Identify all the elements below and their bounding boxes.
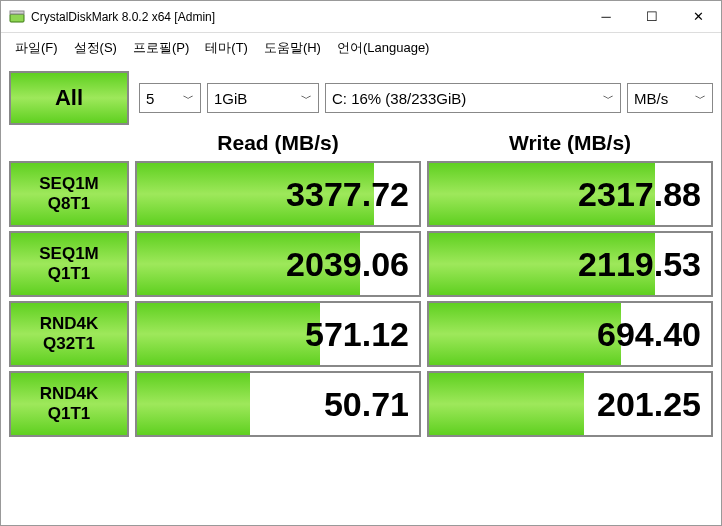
write-fill-bar bbox=[429, 303, 621, 365]
size-select[interactable]: 1GiB﹀ bbox=[207, 83, 319, 113]
unit-select[interactable]: MB/s﹀ bbox=[627, 83, 713, 113]
menu-settings[interactable]: 설정(S) bbox=[66, 35, 125, 61]
read-value-cell: 50.71 bbox=[135, 371, 421, 437]
result-row: SEQ1M Q1T1 2039.06 2119.53 bbox=[9, 231, 713, 297]
drive-select[interactable]: C: 16% (38/233GiB)﹀ bbox=[325, 83, 621, 113]
count-value: 5 bbox=[146, 90, 154, 107]
maximize-button[interactable]: ☐ bbox=[629, 1, 675, 32]
test-name-line2: Q1T1 bbox=[48, 404, 91, 424]
result-row: SEQ1M Q8T1 3377.72 2317.88 bbox=[9, 161, 713, 227]
close-button[interactable]: ✕ bbox=[675, 1, 721, 32]
chevron-down-icon: ﹀ bbox=[603, 91, 614, 106]
test-button-seq1m-q1t1[interactable]: SEQ1M Q1T1 bbox=[9, 231, 129, 297]
test-name-line1: SEQ1M bbox=[39, 244, 99, 264]
menu-language[interactable]: 언어(Language) bbox=[329, 35, 438, 61]
write-value-cell: 2119.53 bbox=[427, 231, 713, 297]
test-button-rnd4k-q32t1[interactable]: RND4K Q32T1 bbox=[9, 301, 129, 367]
count-select[interactable]: 5﹀ bbox=[139, 83, 201, 113]
column-headers: Read (MB/s) Write (MB/s) bbox=[1, 125, 721, 161]
test-name-line1: SEQ1M bbox=[39, 174, 99, 194]
write-value-cell: 2317.88 bbox=[427, 161, 713, 227]
test-button-seq1m-q8t1[interactable]: SEQ1M Q8T1 bbox=[9, 161, 129, 227]
svg-rect-1 bbox=[10, 11, 24, 14]
read-value: 50.71 bbox=[324, 385, 409, 424]
menu-profile[interactable]: 프로필(P) bbox=[125, 35, 197, 61]
app-icon bbox=[9, 9, 25, 25]
size-value: 1GiB bbox=[214, 90, 247, 107]
menu-file[interactable]: 파일(F) bbox=[7, 35, 66, 61]
chevron-down-icon: ﹀ bbox=[183, 91, 194, 106]
window-title: CrystalDiskMark 8.0.2 x64 [Admin] bbox=[31, 10, 583, 24]
window-buttons: ─ ☐ ✕ bbox=[583, 1, 721, 32]
read-value: 571.12 bbox=[305, 315, 409, 354]
read-header: Read (MB/s) bbox=[135, 131, 421, 155]
chevron-down-icon: ﹀ bbox=[301, 91, 312, 106]
read-value-cell: 2039.06 bbox=[135, 231, 421, 297]
write-value: 2317.88 bbox=[578, 175, 701, 214]
write-value: 2119.53 bbox=[578, 245, 701, 284]
write-value: 694.40 bbox=[597, 315, 701, 354]
results-area: SEQ1M Q8T1 3377.72 2317.88 SEQ1M Q1T1 20… bbox=[1, 161, 721, 449]
test-name-line2: Q32T1 bbox=[43, 334, 95, 354]
test-name-line2: Q1T1 bbox=[48, 264, 91, 284]
write-fill-bar bbox=[429, 373, 584, 435]
minimize-button[interactable]: ─ bbox=[583, 1, 629, 32]
run-all-button[interactable]: All bbox=[9, 71, 129, 125]
run-all-label: All bbox=[55, 85, 83, 111]
svg-rect-0 bbox=[10, 14, 24, 22]
menu-theme[interactable]: 테마(T) bbox=[197, 35, 256, 61]
test-name-line2: Q8T1 bbox=[48, 194, 91, 214]
test-button-rnd4k-q1t1[interactable]: RND4K Q1T1 bbox=[9, 371, 129, 437]
menubar: 파일(F) 설정(S) 프로필(P) 테마(T) 도움말(H) 언어(Langu… bbox=[1, 33, 721, 63]
unit-value: MB/s bbox=[634, 90, 668, 107]
test-name-line1: RND4K bbox=[40, 384, 99, 404]
write-header: Write (MB/s) bbox=[427, 131, 713, 155]
drive-value: C: 16% (38/233GiB) bbox=[332, 90, 466, 107]
chevron-down-icon: ﹀ bbox=[695, 91, 706, 106]
result-row: RND4K Q32T1 571.12 694.40 bbox=[9, 301, 713, 367]
controls-row: All 5﹀ 1GiB﹀ C: 16% (38/233GiB)﹀ MB/s﹀ bbox=[1, 63, 721, 125]
write-value-cell: 694.40 bbox=[427, 301, 713, 367]
menu-help[interactable]: 도움말(H) bbox=[256, 35, 329, 61]
titlebar: CrystalDiskMark 8.0.2 x64 [Admin] ─ ☐ ✕ bbox=[1, 1, 721, 33]
read-value-cell: 3377.72 bbox=[135, 161, 421, 227]
read-value: 3377.72 bbox=[286, 175, 409, 214]
write-value-cell: 201.25 bbox=[427, 371, 713, 437]
read-value-cell: 571.12 bbox=[135, 301, 421, 367]
read-fill-bar bbox=[137, 303, 320, 365]
test-name-line1: RND4K bbox=[40, 314, 99, 334]
read-value: 2039.06 bbox=[286, 245, 409, 284]
header-spacer bbox=[9, 131, 129, 155]
read-fill-bar bbox=[137, 373, 250, 435]
write-value: 201.25 bbox=[597, 385, 701, 424]
result-row: RND4K Q1T1 50.71 201.25 bbox=[9, 371, 713, 437]
